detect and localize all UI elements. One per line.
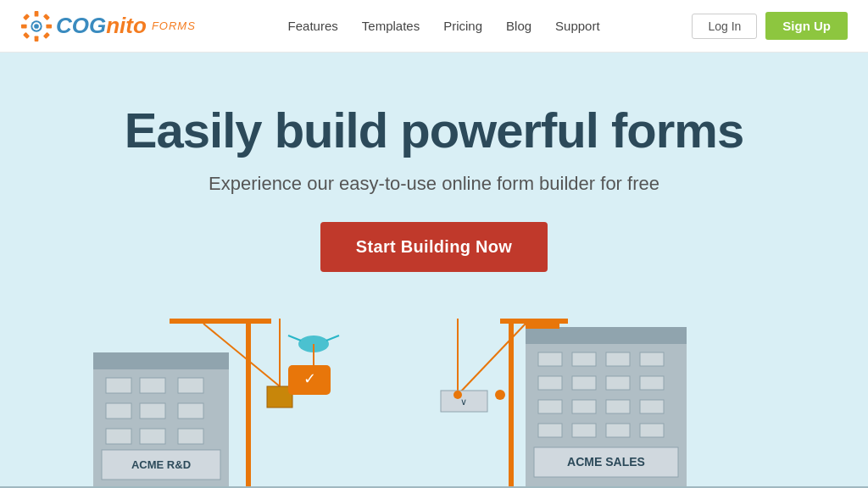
svg-rect-44 xyxy=(606,376,630,390)
svg-rect-51 xyxy=(572,424,596,437)
svg-text:∨: ∨ xyxy=(460,396,467,407)
svg-text:ACME R&D: ACME R&D xyxy=(131,458,191,471)
svg-line-32 xyxy=(326,336,339,341)
svg-point-10 xyxy=(34,24,39,29)
svg-rect-53 xyxy=(640,424,664,437)
hero-section: Easily build powerful forms Experience o… xyxy=(0,53,868,488)
svg-rect-15 xyxy=(178,378,203,393)
cta-button[interactable]: Start Building Now xyxy=(320,222,548,272)
svg-rect-14 xyxy=(140,378,165,393)
svg-rect-25 xyxy=(170,319,271,324)
svg-rect-12 xyxy=(93,352,229,369)
logo-co: CO xyxy=(56,13,89,38)
login-button[interactable]: Log In xyxy=(692,14,757,39)
svg-rect-50 xyxy=(538,424,562,437)
svg-rect-42 xyxy=(538,376,562,390)
svg-line-31 xyxy=(288,336,301,341)
svg-rect-19 xyxy=(106,429,131,444)
svg-line-61 xyxy=(458,324,526,395)
svg-rect-67 xyxy=(526,319,559,329)
svg-rect-18 xyxy=(178,403,203,419)
scene-svg: ACME R&D ✓ xyxy=(0,319,868,488)
svg-text:✓: ✓ xyxy=(303,370,316,387)
nav-templates[interactable]: Templates xyxy=(362,19,420,33)
svg-rect-38 xyxy=(538,352,562,366)
svg-rect-41 xyxy=(640,352,664,366)
nav-actions: Log In Sign Up xyxy=(692,12,848,40)
nav-features[interactable]: Features xyxy=(288,19,338,33)
nav-support[interactable]: Support xyxy=(555,19,600,33)
svg-point-66 xyxy=(453,391,462,399)
logo-nito: nito xyxy=(106,13,147,38)
svg-rect-39 xyxy=(572,352,596,366)
svg-rect-47 xyxy=(572,400,596,413)
svg-rect-17 xyxy=(140,403,165,419)
svg-rect-6 xyxy=(43,31,50,38)
nav-links: Features Templates Pricing Blog Support xyxy=(288,19,600,34)
svg-point-65 xyxy=(495,390,505,400)
svg-rect-37 xyxy=(526,327,687,344)
svg-rect-45 xyxy=(640,376,664,390)
hero-subtitle: Experience our easy-to-use online form b… xyxy=(209,173,659,195)
nav-pricing[interactable]: Pricing xyxy=(443,19,482,33)
svg-rect-21 xyxy=(178,429,203,444)
svg-rect-16 xyxy=(106,403,131,419)
signup-button[interactable]: Sign Up xyxy=(765,12,848,40)
nav-blog[interactable]: Blog xyxy=(506,19,531,33)
logo-g: G xyxy=(89,13,106,38)
logo: COGnito FORMS xyxy=(20,10,196,42)
navbar: COGnito FORMS Features Templates Pricing… xyxy=(0,0,868,53)
svg-rect-2 xyxy=(35,36,39,42)
svg-rect-3 xyxy=(21,24,27,28)
svg-rect-46 xyxy=(538,400,562,413)
svg-rect-13 xyxy=(106,378,131,393)
svg-text:ACME SALES: ACME SALES xyxy=(567,455,645,469)
hero-title: Easily build powerful forms xyxy=(125,103,743,158)
svg-rect-20 xyxy=(140,429,165,444)
svg-rect-26 xyxy=(246,324,251,341)
svg-rect-8 xyxy=(43,14,50,20)
logo-icon xyxy=(20,10,53,42)
svg-rect-1 xyxy=(35,10,39,16)
logo-forms: FORMS xyxy=(152,19,196,32)
svg-rect-4 xyxy=(46,24,52,28)
svg-rect-48 xyxy=(606,400,630,413)
svg-rect-40 xyxy=(606,352,630,366)
hero-illustration: ACME R&D ✓ xyxy=(0,319,868,488)
svg-rect-24 xyxy=(246,319,251,488)
svg-rect-49 xyxy=(640,400,664,413)
svg-rect-59 xyxy=(509,319,514,488)
svg-rect-52 xyxy=(606,424,630,437)
svg-rect-5 xyxy=(23,14,30,20)
svg-rect-7 xyxy=(23,31,30,38)
svg-rect-43 xyxy=(572,376,596,390)
